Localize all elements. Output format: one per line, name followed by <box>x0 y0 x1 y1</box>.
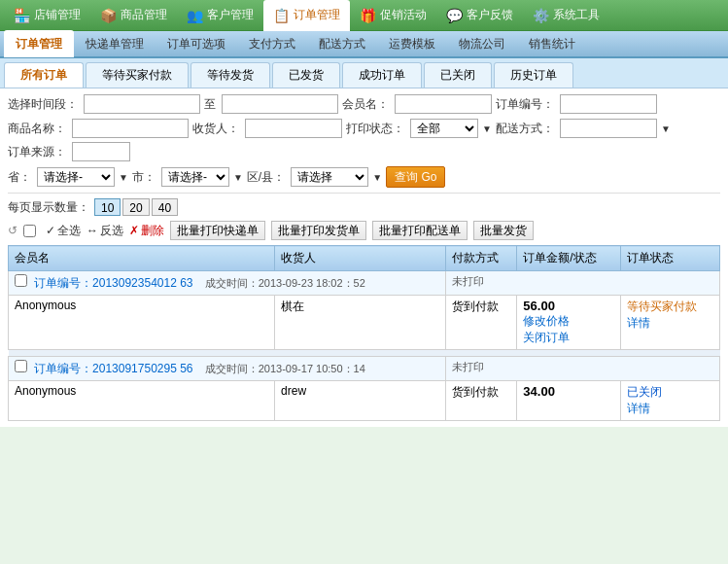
delete-button[interactable]: ✗ 删除 <box>129 223 164 239</box>
products-icon: 📦 <box>100 8 117 23</box>
inverse-select-button[interactable]: ↔ 反选 <box>87 223 123 239</box>
tab-shipped[interactable]: 已发货 <box>272 62 340 88</box>
order-header-row: 订单编号：2013091750295 56 成交时间：2013-09-17 10… <box>9 357 720 381</box>
nav-promotions[interactable]: 🎁 促销活动 <box>350 0 436 31</box>
form-row-1: 选择时间段： 至 会员名： 订单编号： <box>8 94 720 114</box>
order-header-row: 订单编号：2013092354012 63 成交时间：2013-09-23 18… <box>9 271 720 296</box>
print-delivery-btn[interactable]: 批量打印配送单 <box>372 221 468 240</box>
subnav-logistics[interactable]: 物流公司 <box>447 30 517 57</box>
time-start-input[interactable] <box>84 94 200 114</box>
order-no-link[interactable]: 订单编号：2013091750295 56 <box>34 362 192 375</box>
subnav-freight[interactable]: 运费模板 <box>377 30 447 57</box>
spacer-row <box>9 350 720 357</box>
nav-store[interactable]: 🏪 店铺管理 <box>4 0 90 31</box>
order-data-row: Anonymous drew 货到付款 34.00 已关闭 详情 <box>9 381 720 421</box>
order-status: 等待买家付款 <box>627 300 697 313</box>
order-no-cell: 订单编号：2013092354012 63 成交时间：2013-09-23 18… <box>9 271 446 296</box>
batch-ship-btn[interactable]: 批量发货 <box>473 221 534 240</box>
order-print-status: 未打印 <box>445 357 719 381</box>
subnav-payment[interactable]: 支付方式 <box>237 30 307 57</box>
subnav-options[interactable]: 订单可选项 <box>156 30 237 57</box>
product-name-label: 商品名称： <box>8 121 66 137</box>
delivery-input[interactable] <box>560 119 657 138</box>
main-content: 选择时间段： 至 会员名： 订单编号： 商品名称： 收货人： 打印状态： 全部 … <box>0 88 728 427</box>
amount-action-link[interactable]: 修改价格 <box>523 313 613 330</box>
col-status: 订单状态 <box>620 246 719 271</box>
perpage-20[interactable]: 20 <box>122 198 149 216</box>
order-checkbox-0[interactable] <box>15 274 27 287</box>
product-name-input[interactable] <box>72 119 189 138</box>
col-pay-method: 付款方式 <box>445 246 516 271</box>
print-express-btn[interactable]: 批量打印快递单 <box>170 221 265 240</box>
district-select[interactable]: 请选择 <box>291 167 368 187</box>
member-cell: Anonymous <box>9 381 275 421</box>
amount-cell: 34.00 <box>517 381 620 421</box>
receiver-label: 收货人： <box>192 121 239 137</box>
query-button[interactable]: 查询 Go <box>386 166 445 188</box>
form-row-2: 商品名称： 收货人： 打印状态： 全部 已打印 未打印 ▼ 配送方式： ▼ 订单… <box>8 119 720 161</box>
receiver-input[interactable] <box>245 119 342 138</box>
perpage-40[interactable]: 40 <box>152 198 178 216</box>
status-cell: 等待买家付款 详情 <box>620 296 719 350</box>
select-all-checkbox[interactable] <box>23 225 36 237</box>
province-arrow: ▼ <box>119 172 128 183</box>
order-no-link[interactable]: 订单编号：2013092354012 63 <box>34 276 192 290</box>
actions-row: ↺ ✓ 全选 ↔ 反选 ✗ 删除 批量打印快递单 批量打印发货单 批量打印配送单… <box>8 221 720 240</box>
nav-customers[interactable]: 👥 客户管理 <box>177 0 263 31</box>
order-table: 会员名 收货人 付款方式 订单金额/状态 订单状态 订单编号：201309235… <box>8 245 720 421</box>
subnav-express[interactable]: 快递单管理 <box>74 30 156 57</box>
store-icon: 🏪 <box>14 8 30 23</box>
orders-icon: 📋 <box>273 8 290 23</box>
subnav-stats[interactable]: 销售统计 <box>517 30 587 57</box>
tab-success[interactable]: 成功订单 <box>342 62 422 88</box>
print-shipping-btn[interactable]: 批量打印发货单 <box>271 221 366 240</box>
feedback-icon: 💬 <box>446 8 463 23</box>
tab-history[interactable]: 历史订单 <box>494 62 573 88</box>
select-all-button[interactable]: ✓ 全选 <box>46 223 81 239</box>
nav-orders[interactable]: 📋 订单管理 <box>263 0 350 31</box>
time-end-input[interactable] <box>222 94 338 114</box>
tab-pending-ship[interactable]: 等待发货 <box>191 62 270 88</box>
nav-feedback[interactable]: 💬 客户反馈 <box>436 0 523 31</box>
refresh-icon[interactable]: ↺ <box>8 224 17 237</box>
order-source-input[interactable] <box>72 142 130 161</box>
perpage-10[interactable]: 10 <box>94 198 121 216</box>
customers-icon: 👥 <box>187 8 203 23</box>
member-cell: Anonymous <box>9 296 275 350</box>
member-name-input[interactable] <box>395 94 492 114</box>
print-state-select[interactable]: 全部 已打印 未打印 <box>410 119 478 138</box>
tab-closed[interactable]: 已关闭 <box>424 62 492 88</box>
province-select[interactable]: 请选择- <box>37 167 115 187</box>
col-amount: 订单金额/状态 <box>517 246 620 271</box>
delivery-select-arrow: ▼ <box>661 123 671 134</box>
city-label: 市： <box>132 169 156 186</box>
order-source-label: 订单来源： <box>8 144 66 160</box>
amount-action-link[interactable]: 关闭订单 <box>523 330 613 346</box>
province-label: 省： <box>8 169 31 186</box>
member-name-label: 会员名： <box>342 96 389 113</box>
order-checkbox-1[interactable] <box>15 360 27 372</box>
status-detail-link[interactable]: 详情 <box>627 401 713 417</box>
status-cell: 已关闭 详情 <box>620 381 719 421</box>
print-select-arrow: ▼ <box>482 123 492 134</box>
order-amount: 34.00 <box>523 384 555 399</box>
order-print-status: 未打印 <box>445 271 719 296</box>
district-label: 区/县： <box>247 169 285 186</box>
city-select[interactable]: 请选择- <box>161 167 229 187</box>
order-no-input[interactable] <box>560 94 657 114</box>
receiver-cell: 棋在 <box>275 296 446 350</box>
subnav-delivery[interactable]: 配送方式 <box>307 30 377 57</box>
order-table-wrapper: 源码方式下载huama订单管理系统 会员名 收货人 付款方式 订单金额/状态 订… <box>8 245 720 421</box>
top-nav: 🏪 店铺管理 📦 商品管理 👥 客户管理 📋 订单管理 🎁 促销活动 💬 客户反… <box>0 0 728 31</box>
checkmark-icon: ✓ <box>46 224 55 237</box>
subnav-order-manage[interactable]: 订单管理 <box>4 30 74 57</box>
delivery-label: 配送方式： <box>496 121 554 137</box>
nav-tools[interactable]: ⚙️ 系统工具 <box>523 0 609 31</box>
col-member: 会员名 <box>9 246 275 271</box>
tab-all-orders[interactable]: 所有订单 <box>4 62 84 88</box>
tab-pending-payment[interactable]: 等待买家付款 <box>86 62 189 88</box>
pay-method-cell: 货到付款 <box>445 296 516 350</box>
status-detail-link[interactable]: 详情 <box>627 315 713 332</box>
order-amount: 56.00 <box>523 299 555 313</box>
nav-products[interactable]: 📦 商品管理 <box>90 0 177 31</box>
